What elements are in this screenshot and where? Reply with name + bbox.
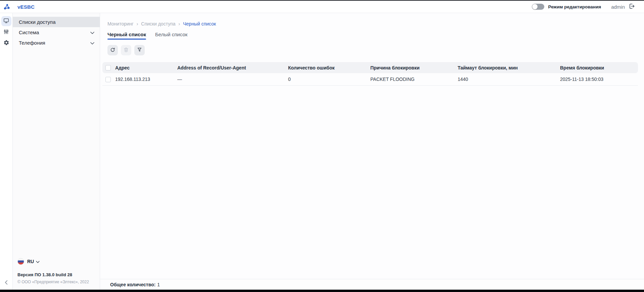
app-body: Списки доступа Система Телефония [0,13,644,290]
icon-rail [0,13,13,290]
cell-reason: PACKET FLOODING [370,73,458,85]
sidebar-item-telephony[interactable]: Телефония [13,38,100,48]
sidebar: Списки доступа Система Телефония [13,13,100,290]
tab-blacklist[interactable]: Черный список [107,32,146,40]
sidebar-item-access-lists[interactable]: Списки доступа [13,17,100,27]
row-checkbox[interactable] [105,77,111,82]
cell-address: 192.168.113.213 [115,73,177,85]
blacklist-table: Адрес Address of Record/User-Agent Колич… [102,62,638,86]
username: admin [611,4,625,10]
column-header-address[interactable]: Адрес [115,62,177,73]
sidebar-menu: Списки доступа Система Телефония [13,17,100,48]
sliders-icon [3,29,9,36]
sidebar-item-label: Списки доступа [19,19,56,25]
app-logo-icon [3,3,11,11]
breadcrumb-separator: › [179,21,180,27]
total-count-label: Общее количество: [110,282,155,287]
sidebar-bottom: RU Версия ПО 1.38.0 build 28 © ООО «Пред… [13,258,100,290]
app-brand[interactable]: vESBC [3,3,35,11]
rail-item-monitoring[interactable] [1,16,11,26]
breadcrumb: Мониторинг › Списки доступа › Черный спи… [107,21,638,27]
cell-errors: 0 [288,73,370,85]
breadcrumb-access-lists[interactable]: Списки доступа [141,21,175,27]
app-window: vESBC Режим редактирования admin [0,0,644,292]
app-title: vESBC [17,4,35,10]
monitor-icon [3,17,9,25]
breadcrumb-separator: › [137,21,138,27]
column-header-aor[interactable]: Address of Record/User-Agent [177,62,288,73]
total-count-value: 1 [157,282,160,287]
window-bottom-edge [0,290,644,292]
sidebar-item-system[interactable]: Система [13,27,100,38]
table-footer: Общее количество: 1 [100,279,644,290]
language-selector[interactable]: RU [17,258,95,265]
chevron-down-icon [90,30,94,35]
rail-item-settings[interactable] [1,38,11,48]
logout-button[interactable] [628,3,635,11]
rail-item-system[interactable] [1,27,11,37]
refresh-button[interactable] [107,45,118,55]
cell-timeout: 1440 [458,73,560,85]
delete-button[interactable] [121,45,131,55]
chevron-down-icon [90,40,94,46]
trash-icon [123,47,129,54]
table-row: 192.168.113.213 — 0 PACKET FLOODING 1440… [102,73,638,85]
sidebar-collapse-button[interactable] [2,279,10,287]
toggle-knob [532,4,538,9]
sidebar-item-label: Телефония [19,40,45,46]
refresh-icon [110,47,116,54]
chevron-left-icon [5,280,8,286]
filter-button[interactable] [134,45,145,55]
chevron-down-icon [34,258,40,264]
edit-mode-label: Режим редактирования [548,4,601,9]
column-header-reason[interactable]: Причина блокировки [370,62,458,73]
main-area: Мониторинг › Списки доступа › Черный спи… [100,13,644,290]
main-content: Мониторинг › Списки доступа › Черный спи… [100,13,644,279]
copyright-text: © ООО «Предприятие «Элтекс», 2022 [17,280,95,284]
version-text: Версия ПО 1.38.0 build 28 [17,272,95,277]
filter-icon [137,47,142,54]
breadcrumb-monitoring[interactable]: Мониторинг [107,21,134,27]
column-header-timeout[interactable]: Таймаут блокировки, мин [458,62,560,73]
ru-flag-icon [17,258,24,265]
edit-mode-toggle[interactable] [532,4,544,10]
toolbar [107,45,638,55]
logout-icon [628,3,635,11]
column-header-errors[interactable]: Количество ошибок [288,62,370,73]
table-header-row: Адрес Address of Record/User-Agent Колич… [102,62,638,73]
sidebar-item-label: Система [19,30,39,35]
tab-bar: Черный список Белый список [107,32,638,40]
gear-icon [3,40,9,47]
cell-time: 2025-11-13 18:50:03 [560,73,638,85]
top-bar: vESBC Режим редактирования admin [0,1,644,13]
select-all-checkbox[interactable] [105,65,111,70]
breadcrumb-blacklist[interactable]: Черный список [183,21,216,27]
cell-aor: — [177,73,288,85]
language-code: RU [27,259,34,264]
column-header-time[interactable]: Время блокировки [560,62,638,73]
top-bar-right: Режим редактирования admin [532,3,635,11]
tab-whitelist[interactable]: Белый список [155,32,187,40]
